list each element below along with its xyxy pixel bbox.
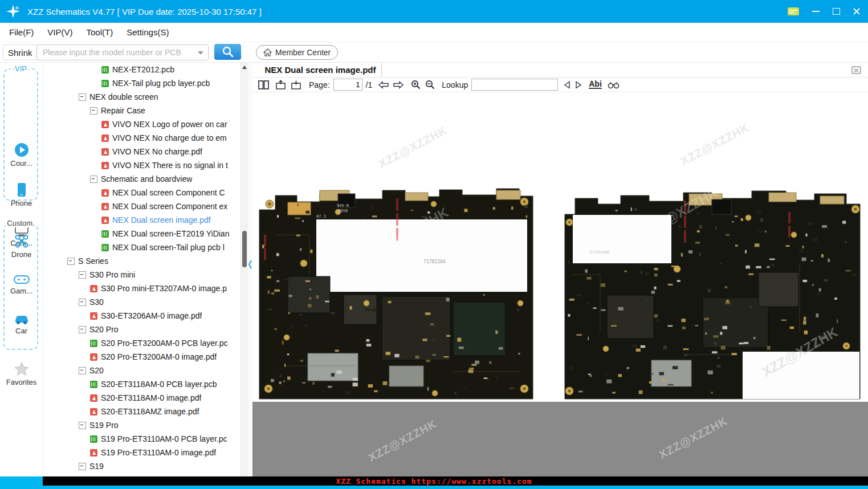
sidebar-item-game[interactable]: Gam... (0, 275, 43, 295)
sidebar-item-label: Cour... (10, 159, 32, 168)
pcb-file-icon (101, 66, 109, 74)
pdf-viewport[interactable]: XZZ@XZZHK XZZ@XZZHK (252, 92, 868, 476)
phone-icon (15, 182, 28, 197)
tree-item[interactable]: Schematic and boardview (43, 172, 248, 186)
sidebar-item-label: Gam... (10, 287, 32, 295)
pcb-file-icon (90, 340, 97, 347)
menu-vip[interactable]: VIP(V) (47, 27, 72, 37)
vip-section-label: ·VIP· (11, 64, 31, 73)
tree-item[interactable]: S19 Pro (43, 418, 248, 432)
minimize-button[interactable] (811, 7, 820, 16)
pdf-file-icon (101, 189, 109, 197)
tree-item[interactable]: S20 Pro (43, 323, 248, 336)
tree-item[interactable]: NEX-ET2012.pcb (43, 63, 248, 76)
tree-item[interactable]: Repair Case (43, 104, 248, 117)
collapse-toggle-icon[interactable] (67, 258, 75, 265)
collapse-toggle-icon[interactable] (79, 326, 86, 333)
pcb-file-icon (90, 381, 97, 388)
collapse-toggle-icon[interactable] (79, 367, 86, 374)
tree-item[interactable]: NEX double screen (43, 90, 248, 104)
license-icon[interactable] (787, 6, 800, 17)
tree-item[interactable]: S20 Pro-ET3200AM-0 image.pdf (43, 350, 248, 364)
sidebar-item-drone[interactable]: Drone (0, 234, 43, 259)
page-extract-button[interactable] (276, 80, 286, 89)
tree-item[interactable]: S30 Pro mini (43, 268, 248, 282)
collapse-toggle-icon[interactable] (79, 93, 86, 101)
next-page-icon[interactable] (393, 81, 404, 89)
sidebar-item-label: Phone (11, 199, 32, 207)
tree-item[interactable]: NEX Dual screen-ET2019 YiDian (43, 227, 248, 241)
scroll-up-icon[interactable] (242, 66, 247, 69)
tree-item[interactable]: NEX-Tail plug pcb layer.pcb (43, 76, 248, 90)
sidebar-item-course[interactable]: Cour... (0, 142, 43, 168)
pdf-file-icon (90, 449, 97, 457)
menu-file[interactable]: File(F) (9, 27, 34, 37)
close-button[interactable] (852, 7, 861, 16)
tree-item[interactable]: S19 Pro-ET3110AM-0 image.pdf (43, 446, 248, 459)
maximize-button[interactable] (832, 7, 841, 16)
collapse-toggle-icon[interactable] (90, 176, 97, 183)
search-icon (222, 46, 234, 58)
chevron-down-icon[interactable] (198, 51, 203, 55)
scrollbar-thumb[interactable] (242, 231, 247, 267)
menu-settings[interactable]: Settings(S) (127, 27, 169, 37)
facing-pages-view-button[interactable] (258, 80, 269, 89)
tree-item[interactable]: S19 Pro-ET3110AM-0 PCB layer.pc (43, 432, 248, 446)
sidebar-item-car[interactable]: Car (0, 313, 43, 335)
zoom-out-icon[interactable] (425, 80, 435, 89)
tree-item[interactable]: NEX Dual screen-Tail plug pcb l (43, 241, 248, 254)
silkscreen-text: ET2019AM (590, 250, 609, 255)
pcb-file-icon (101, 80, 109, 87)
collapse-toggle-icon[interactable] (79, 422, 86, 429)
tree-item[interactable]: S30-ET3206AM-0 image.pdf (43, 309, 248, 323)
tree-item[interactable]: S30 Pro mini-ET3207AM-0 image.p (43, 282, 248, 295)
tree-item[interactable]: VIVO NEX No charge due to em (43, 131, 248, 145)
menu-tool[interactable]: Tool(T) (87, 27, 113, 37)
lookup-input[interactable] (471, 79, 558, 91)
play-circle-icon (14, 142, 29, 157)
tree-item[interactable]: S19 (43, 459, 248, 473)
tab-nex-dual-screen-image[interactable]: NEX Dual screen image.pdf (259, 63, 382, 77)
collapse-toggle-icon[interactable] (79, 463, 86, 470)
tree-item[interactable]: S20-ET3118AMZ image.pdf (43, 405, 248, 418)
collapse-toggle-icon[interactable] (79, 271, 86, 279)
collapse-toggle-icon[interactable] (79, 299, 86, 306)
tree-item[interactable]: S20 Pro-ET3200AM-0 PCB layer.pc (43, 336, 248, 350)
find-next-icon[interactable] (575, 81, 582, 89)
search-combo[interactable] (36, 44, 209, 60)
search-button[interactable] (214, 44, 241, 60)
binoculars-search-icon[interactable] (608, 80, 620, 89)
sidebar-item-phone[interactable]: Phone (0, 182, 43, 207)
text-select-tool-icon[interactable]: Abi (589, 80, 602, 89)
star-icon (14, 362, 29, 376)
sidebar-item-favorites[interactable]: Favorites (0, 362, 43, 386)
collapse-panel-icon[interactable] (248, 259, 252, 270)
page-number-input[interactable] (333, 79, 362, 91)
tree-scrollbar[interactable] (241, 63, 248, 476)
close-document-button[interactable] (851, 66, 861, 76)
zoom-in-icon[interactable] (411, 80, 421, 89)
bottom-strip (43, 486, 868, 489)
tree-item[interactable]: S Series (43, 254, 248, 268)
panel-splitter[interactable] (248, 63, 252, 476)
pdf-file-icon (101, 148, 109, 156)
collapse-toggle-icon[interactable] (90, 107, 97, 115)
tree-item[interactable]: S30 (43, 295, 248, 309)
pdf-file-icon (90, 408, 97, 415)
tree-item[interactable]: VIVO NEX No charge.pdf (43, 145, 248, 158)
tree-item[interactable]: S20 (43, 364, 248, 377)
tree-item[interactable]: NEX Dual screen Component ex (43, 199, 248, 213)
tree-item[interactable]: VIVO NEX There is no signal in t (43, 158, 248, 172)
search-input[interactable] (42, 45, 198, 60)
member-center-button[interactable]: Member Center (256, 45, 338, 60)
previous-page-icon[interactable] (378, 81, 389, 89)
silkscreen-text: 94V-0 (337, 203, 349, 208)
tree-item[interactable]: S20-ET3118AM-0 PCB layer.pcb (43, 377, 248, 391)
tree-item[interactable]: NEX Dual screen Component C (43, 186, 248, 199)
tree-item[interactable]: S20-ET3118AM-0 image.pdf (43, 391, 248, 405)
tree-item[interactable]: VIVO NEX Logo of power on car (43, 117, 248, 131)
tree-item-selected[interactable]: NEX Dual screen image.pdf (43, 213, 248, 227)
shrink-button[interactable]: Shrink (3, 44, 38, 60)
find-previous-icon[interactable] (564, 81, 570, 89)
page-insert-button[interactable] (291, 80, 301, 89)
